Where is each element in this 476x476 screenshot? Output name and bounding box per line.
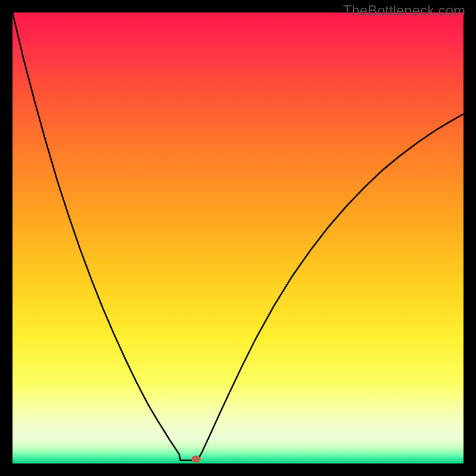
chart-container: TheBottleneck.com bbox=[0, 0, 476, 476]
optimal-point-marker bbox=[192, 455, 201, 462]
chart-svg bbox=[12, 12, 464, 464]
watermark-text: TheBottleneck.com bbox=[343, 2, 465, 19]
heat-background bbox=[12, 12, 464, 464]
plot-area bbox=[12, 12, 464, 464]
